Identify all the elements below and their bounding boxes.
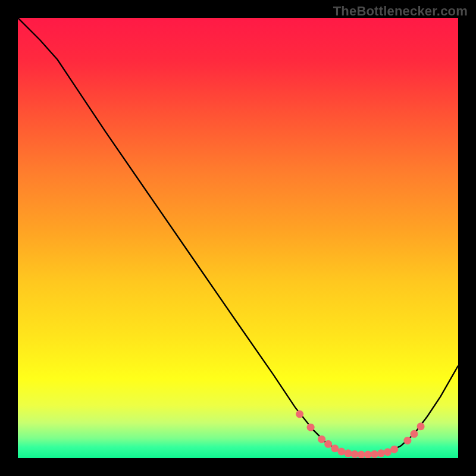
- chart-svg: [18, 18, 458, 458]
- chart-stage: TheBottlenecker.com: [0, 0, 476, 476]
- gradient-background: [18, 18, 458, 458]
- marker-dot: [377, 449, 385, 457]
- marker-dot: [358, 451, 365, 458]
- marker-dot: [390, 446, 398, 453]
- marker-dot: [384, 448, 392, 456]
- marker-dot: [337, 447, 345, 455]
- marker-dot: [296, 411, 303, 418]
- marker-dot: [345, 449, 352, 457]
- marker-dot: [417, 422, 425, 430]
- watermark-text: TheBottlenecker.com: [333, 4, 468, 19]
- marker-dot: [307, 424, 315, 431]
- marker-dot: [371, 450, 378, 458]
- marker-dot: [324, 440, 332, 448]
- marker-dot: [331, 444, 339, 452]
- marker-dot: [351, 450, 359, 458]
- marker-dot: [318, 436, 325, 443]
- marker-dot: [411, 430, 418, 438]
- marker-dot: [403, 437, 411, 444]
- marker-dot: [364, 451, 372, 458]
